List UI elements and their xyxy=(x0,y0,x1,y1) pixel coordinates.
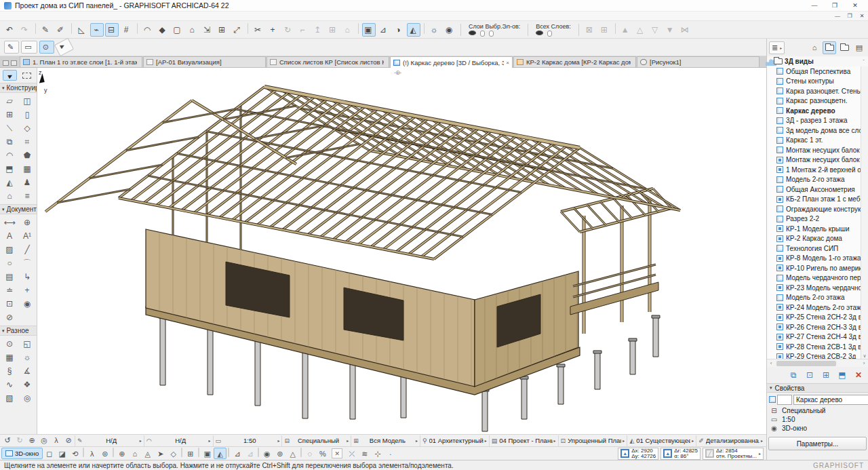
fly-mode[interactable]: ➤ xyxy=(154,448,167,459)
view-list-item[interactable]: 3д модель дома все слои xyxy=(776,125,868,136)
view-list-item[interactable]: КР-25 Стена 2СН-2 3д вид xyxy=(776,313,868,323)
percent[interactable]: % xyxy=(316,448,329,459)
annotate[interactable]: ◌ xyxy=(303,448,316,459)
toolbox-tool[interactable]: ╱ xyxy=(18,243,36,256)
toolbox-tool[interactable]: A¹ xyxy=(18,229,36,243)
toolbar-button[interactable] xyxy=(137,23,138,34)
pan[interactable]: ◎ xyxy=(38,436,50,445)
toolbox-tool[interactable]: ▦ xyxy=(1,351,18,364)
toolbox-tool[interactable]: ⊡ xyxy=(1,297,18,311)
view-list-item[interactable]: КР-29 Стена 2СВ-2 3д xyxy=(776,352,868,359)
z-coordinate[interactable]: ╱ Δz: 2854 отн. Проектны... ▸ xyxy=(703,448,764,460)
view-list-item[interactable]: Разрез 2-2 xyxy=(776,214,868,224)
document-tab[interactable]: Список листов КР [Список листов КР] xyxy=(267,56,389,67)
undo[interactable]: ↶ xyxy=(3,23,17,37)
quick-setting-dropdown[interactable]: ✎ Н/Д ▸ xyxy=(75,435,144,446)
maximize-button[interactable]: ❐ xyxy=(825,2,845,9)
view-tree-root[interactable]: ˅ 3Д виды ˆ xyxy=(767,56,868,66)
3d-nav-button[interactable] xyxy=(83,448,84,457)
filter-3d[interactable]: ⊿ xyxy=(377,23,391,37)
toolbox-tool[interactable]: ◠ xyxy=(1,149,18,162)
view-list-item[interactable]: 3Д - разрез 1 этажа xyxy=(776,116,868,126)
document-tab[interactable]: (!) Каркас дерево [3D / Выборка, Этаж 1]… xyxy=(390,56,513,68)
cancel-tracker-button[interactable]: ✕ xyxy=(332,448,342,458)
toolbox-tool[interactable]: ◫ xyxy=(18,94,36,108)
menu-item[interactable] xyxy=(22,12,31,20)
doc-close-button[interactable]: ✕ xyxy=(856,13,868,19)
adjust[interactable]: ⊟ xyxy=(105,23,119,37)
perspective[interactable]: ◻ xyxy=(43,448,56,459)
zoom-next[interactable]: ↻ xyxy=(14,436,26,445)
view-list-item[interactable]: КР-28 Стена 2СВ-1 3д вид xyxy=(776,342,868,352)
resize[interactable]: ⤢ xyxy=(231,23,244,37)
menu-item[interactable] xyxy=(69,12,79,20)
toolbox-tool[interactable]: ⊙ xyxy=(1,337,18,351)
3d-nav-button[interactable] xyxy=(228,448,229,457)
toolbox-tool[interactable]: + xyxy=(18,283,36,297)
multiply[interactable]: ⊞ xyxy=(326,23,340,37)
view-list-item[interactable]: Общая Аксонометрия xyxy=(776,184,868,195)
pick-parameters[interactable]: ✎ xyxy=(39,23,53,37)
cutaway-3d[interactable]: ◭ xyxy=(407,23,420,37)
menu-item[interactable] xyxy=(50,12,60,20)
view-list-item[interactable]: КР-10 Ригель по американс xyxy=(776,263,868,273)
marquee-tool[interactable] xyxy=(20,70,34,81)
toolbox-tool[interactable]: ∿ xyxy=(1,378,18,391)
view-list-item[interactable]: Каркас 1 эт. xyxy=(776,136,868,146)
menu-item[interactable] xyxy=(88,12,98,20)
toolbox-tool[interactable]: ↳ xyxy=(18,270,36,283)
view-list-item[interactable]: КР-1 Модель крыши xyxy=(776,224,868,234)
toolbox-tool[interactable]: ▦ xyxy=(18,162,36,176)
toolbox-tool[interactable]: ⬒ xyxy=(1,162,18,176)
document-tab[interactable]: КР-2 Каркас дома [КР-2 Каркас дома] xyxy=(513,56,636,67)
view-list-item[interactable]: Технология СИП xyxy=(776,243,868,254)
close-button[interactable]: ✕ xyxy=(845,2,865,9)
xy-coordinates[interactable]: ▲ Δx: 2920 Δy: 42726 xyxy=(618,448,658,460)
menu-item[interactable] xyxy=(98,12,107,20)
toolbox-section-header[interactable]: ▾ Разное xyxy=(0,326,37,336)
toolbox-tool[interactable]: ≐ xyxy=(1,283,18,297)
toolbox-tool[interactable]: ⌂ xyxy=(1,189,18,203)
scroll-down-icon[interactable]: ∨ xyxy=(861,353,868,359)
zoom-3d[interactable]: ⊕ xyxy=(115,448,128,459)
mirror[interactable]: ⌐ xyxy=(296,23,310,37)
menu-item[interactable] xyxy=(107,12,117,20)
menu-item[interactable] xyxy=(79,12,88,20)
virtual-trace[interactable]: ◑ xyxy=(392,23,406,37)
horizontal-scrollbar[interactable]: ‹ › xyxy=(767,359,868,367)
lock-icon[interactable] xyxy=(489,31,494,37)
paste-settings[interactable]: ⊞ xyxy=(598,23,612,37)
view-list-item[interactable]: КР-23 Модель чердачного xyxy=(776,283,868,293)
offset[interactable]: ▢ xyxy=(171,23,184,37)
view-list-item[interactable]: КР-24 Модель 2-го этажа 3д xyxy=(776,302,868,313)
3d-nav-button[interactable] xyxy=(300,448,302,457)
eye-icon[interactable] xyxy=(469,31,476,35)
look-around[interactable]: ⊚ xyxy=(98,448,111,459)
toolbar-button[interactable] xyxy=(35,23,36,34)
view-list-item[interactable]: Карка разноцвет. Стены ко xyxy=(776,86,868,96)
3d-nav-button[interactable] xyxy=(181,448,182,457)
camera-path[interactable]: ◉ xyxy=(443,23,456,37)
quick-setting-dropdown[interactable]: ✐ Детализированна... ▸ xyxy=(696,435,765,446)
menu-item[interactable] xyxy=(3,12,12,20)
guide-lines[interactable]: ◺ xyxy=(75,23,89,37)
transfer-parameters[interactable]: ✐ xyxy=(54,23,68,37)
orbit-3d[interactable]: ⟲ xyxy=(68,448,81,459)
marquee-view[interactable]: ▣ xyxy=(362,23,376,37)
3d-nav-button[interactable] xyxy=(258,448,259,457)
3d-nav-button[interactable] xyxy=(113,448,114,457)
property-row[interactable]: ◉ 3D-окно xyxy=(767,424,868,433)
grid-snap[interactable]: # xyxy=(120,23,134,37)
property-row[interactable]: ⊟ Специальный xyxy=(767,406,868,415)
toolbox-tool[interactable]: ❖ xyxy=(18,378,36,391)
walk-mode[interactable]: λ xyxy=(85,448,98,459)
orbit[interactable]: ⊙ xyxy=(39,41,54,54)
3d-viewport[interactable]: z y -⊕- xyxy=(37,68,766,434)
view-list-item[interactable]: КР-26 Стена 2СН-3 3д вид xyxy=(776,322,868,332)
snap-4[interactable]: ∙ xyxy=(384,448,397,459)
navigator-layers-button[interactable]: ≣▸ xyxy=(769,41,785,54)
polar-coordinates[interactable]: ▲ Δr: 42825 α: 86° xyxy=(660,448,701,460)
layout-book-icon[interactable] xyxy=(837,41,851,54)
stretch[interactable]: ⇲ xyxy=(201,23,214,37)
project-map-icon[interactable]: ⌂ xyxy=(808,41,821,54)
